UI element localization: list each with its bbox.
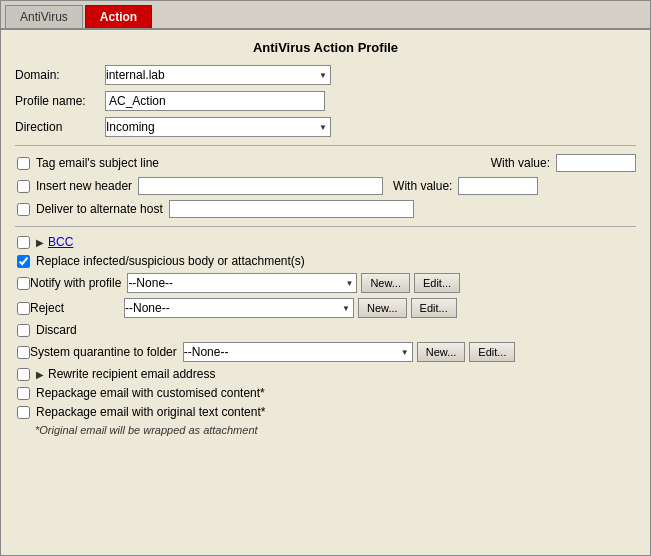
rewrite-arrow-icon: ▶	[36, 369, 44, 380]
direction-select[interactable]: Incoming	[105, 117, 331, 137]
tag-subject-checkbox[interactable]	[17, 157, 30, 170]
repackage-customised-label: Repackage email with customised content*	[36, 386, 265, 400]
direction-label: Direction	[15, 120, 105, 134]
tab-bar: AntiVirus Action	[1, 1, 650, 30]
domain-select[interactable]: internal.lab	[105, 65, 331, 85]
reject-label: Reject	[30, 301, 64, 315]
reject-edit-button[interactable]: Edit...	[411, 298, 457, 318]
deliver-alternate-label: Deliver to alternate host	[36, 202, 163, 216]
bcc-arrow-icon: ▶	[36, 237, 44, 248]
repackage-original-row: Repackage email with original text conte…	[15, 405, 636, 419]
rewrite-recipient-row: ▶ Rewrite recipient email address	[15, 367, 636, 381]
rewrite-recipient-label: Rewrite recipient email address	[48, 367, 215, 381]
repackage-customised-row: Repackage email with customised content*	[15, 386, 636, 400]
quarantine-label: System quarantine to folder	[30, 345, 177, 359]
tab-antivirus[interactable]: AntiVirus	[5, 5, 83, 28]
with-value-label2: With value:	[393, 179, 452, 193]
domain-label: Domain:	[15, 68, 105, 82]
notify-profile-row: Notify with profile --None-- New... Edit…	[15, 273, 636, 293]
replace-body-row: Replace infected/suspicious body or atta…	[15, 254, 636, 268]
domain-select-wrapper: internal.lab	[105, 65, 331, 85]
bcc-link[interactable]: BCC	[48, 235, 73, 249]
notify-profile-label: Notify with profile	[30, 276, 121, 290]
content-area: AntiVirus Action Profile Domain: interna…	[1, 30, 650, 446]
insert-header-label: Insert new header	[36, 179, 132, 193]
direction-select-wrapper: Incoming	[105, 117, 331, 137]
tag-subject-label: Tag email's subject line	[36, 156, 159, 170]
discard-row: Discard	[15, 323, 636, 337]
reject-select-wrapper: --None--	[124, 298, 354, 318]
notify-edit-button[interactable]: Edit...	[414, 273, 460, 293]
reject-checkbox[interactable]	[17, 302, 30, 315]
main-window: AntiVirus Action AntiVirus Action Profil…	[0, 0, 651, 556]
notify-profile-select-wrapper: --None--	[127, 273, 357, 293]
quarantine-row: System quarantine to folder --None-- New…	[15, 342, 636, 362]
with-value-label1: With value:	[491, 156, 550, 170]
original-note: *Original email will be wrapped as attac…	[15, 424, 636, 436]
profile-label: Profile name:	[15, 94, 105, 108]
reject-new-button[interactable]: New...	[358, 298, 407, 318]
bcc-checkbox[interactable]	[17, 236, 30, 249]
reject-row: Reject --None-- New... Edit...	[15, 298, 636, 318]
quarantine-edit-button[interactable]: Edit...	[469, 342, 515, 362]
quarantine-select-wrapper: --None--	[183, 342, 413, 362]
quarantine-select[interactable]: --None--	[183, 342, 413, 362]
repackage-original-label: Repackage email with original text conte…	[36, 405, 265, 419]
discard-label: Discard	[36, 323, 77, 337]
alternate-host-input[interactable]	[169, 200, 414, 218]
notify-profile-checkbox[interactable]	[17, 277, 30, 290]
tag-value-group: With value:	[481, 154, 636, 172]
discard-checkbox[interactable]	[17, 324, 30, 337]
rewrite-recipient-checkbox[interactable]	[17, 368, 30, 381]
deliver-alternate-row: Deliver to alternate host	[15, 200, 636, 218]
quarantine-new-button[interactable]: New...	[417, 342, 466, 362]
profile-name-input[interactable]	[105, 91, 325, 111]
page-title: AntiVirus Action Profile	[15, 40, 636, 55]
quarantine-checkbox[interactable]	[17, 346, 30, 359]
repackage-original-checkbox[interactable]	[17, 406, 30, 419]
tab-action[interactable]: Action	[85, 5, 152, 28]
deliver-alternate-checkbox[interactable]	[17, 203, 30, 216]
reject-select[interactable]: --None--	[124, 298, 354, 318]
direction-row: Direction Incoming	[15, 117, 636, 137]
tag-subject-row: Tag email's subject line With value:	[15, 154, 636, 172]
domain-row: Domain: internal.lab	[15, 65, 636, 85]
insert-header-row: Insert new header With value:	[15, 177, 636, 195]
replace-body-label: Replace infected/suspicious body or atta…	[36, 254, 305, 268]
notify-profile-select[interactable]: --None--	[127, 273, 357, 293]
insert-header-checkbox[interactable]	[17, 180, 30, 193]
bcc-row: ▶ BCC	[15, 235, 636, 249]
tag-value-input[interactable]	[556, 154, 636, 172]
repackage-customised-checkbox[interactable]	[17, 387, 30, 400]
insert-header-input[interactable]	[138, 177, 383, 195]
profile-name-row: Profile name:	[15, 91, 636, 111]
notify-new-button[interactable]: New...	[361, 273, 410, 293]
replace-body-checkbox[interactable]	[17, 255, 30, 268]
header-value-input[interactable]	[458, 177, 538, 195]
